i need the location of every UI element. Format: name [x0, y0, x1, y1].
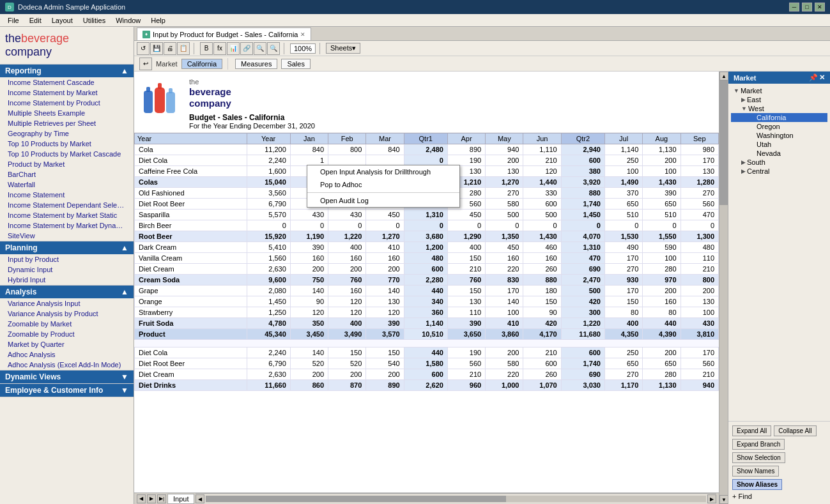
- cell-jun[interactable]: 260: [523, 369, 561, 380]
- cell-feb[interactable]: 120: [328, 296, 366, 307]
- vscroll-track[interactable]: [719, 80, 728, 495]
- cell-aug[interactable]: 4,390: [643, 329, 680, 340]
- cell-jan[interactable]: 160: [290, 253, 328, 264]
- cell-apr[interactable]: 3,650: [447, 329, 485, 340]
- menu-window[interactable]: Window: [111, 15, 146, 26]
- cell-sep[interactable]: 110: [680, 253, 718, 264]
- cell-qtr2[interactable]: 600: [561, 155, 604, 166]
- cell-apr[interactable]: 960: [447, 380, 485, 391]
- cell-may[interactable]: 1,270: [486, 177, 523, 188]
- cell-jul[interactable]: 1,490: [604, 177, 642, 188]
- cell-qtr2[interactable]: 1,220: [561, 318, 604, 329]
- cell-qtr1[interactable]: 360: [404, 307, 447, 318]
- sidebar-item-input-product[interactable]: Input by Product: [0, 254, 134, 264]
- cell-apr[interactable]: 110: [447, 307, 485, 318]
- sidebar-item-top10-market[interactable]: Top 10 Products by Market: [0, 139, 134, 149]
- cell-sep[interactable]: 210: [680, 369, 718, 380]
- cell-aug[interactable]: 590: [643, 242, 680, 253]
- cell-sep[interactable]: 170: [680, 347, 718, 358]
- cell-aug[interactable]: 160: [643, 296, 680, 307]
- cell-qtr1[interactable]: 440: [404, 286, 447, 296]
- cell-jun[interactable]: 4,170: [523, 329, 561, 340]
- cell-year[interactable]: 15,040: [247, 177, 290, 188]
- cell-sep[interactable]: 0: [680, 220, 718, 231]
- cell-qtr2[interactable]: 1,310: [561, 242, 604, 253]
- cell-jul[interactable]: 270: [604, 369, 642, 380]
- cell-jan[interactable]: 200: [290, 369, 328, 380]
- sidebar-section-analysis-header[interactable]: Analysis ▲: [0, 286, 134, 298]
- cm-pop-to-adhoc[interactable]: Pop to Adhoc: [307, 178, 459, 191]
- cell-aug[interactable]: 0: [643, 220, 680, 231]
- cell-feb[interactable]: 120: [328, 307, 366, 318]
- active-tab[interactable]: ♦ Input by Product for Budget - Sales - …: [137, 27, 311, 40]
- cell-qtr1[interactable]: 2,620: [404, 380, 447, 391]
- hscroll-right[interactable]: ▶: [707, 494, 716, 503]
- cell-qtr1[interactable]: 340: [404, 296, 447, 307]
- cell-aug[interactable]: 200: [643, 286, 680, 296]
- cell-year[interactable]: 1,560: [247, 253, 290, 264]
- sheet-scroll-right[interactable]: ▶: [147, 494, 156, 503]
- cell-jun[interactable]: 0: [523, 220, 561, 231]
- collapse-all-button[interactable]: Collapse All: [774, 425, 816, 436]
- sidebar-item-zoomable-product[interactable]: Zoomable by Product: [0, 329, 134, 339]
- cell-apr[interactable]: 450: [447, 210, 485, 220]
- cell-jul[interactable]: 1,170: [604, 380, 642, 391]
- cell-qtr2[interactable]: 470: [561, 253, 604, 264]
- sidebar-item-income[interactable]: Income Statement: [0, 190, 134, 200]
- cell-year[interactable]: 9,600: [247, 275, 290, 286]
- sidebar-item-market-quarter[interactable]: Market by Quarter: [0, 339, 134, 349]
- cell-apr[interactable]: 210: [447, 369, 485, 380]
- cell-qtr2[interactable]: 690: [561, 264, 604, 275]
- sidebar-item-income-market[interactable]: Income Statement by Market: [0, 88, 134, 98]
- cell-qtr2[interactable]: 3,030: [561, 380, 604, 391]
- cell-may[interactable]: 580: [486, 199, 523, 210]
- tb-copy-button[interactable]: 📋: [177, 42, 190, 55]
- cell-qtr2[interactable]: 11,680: [561, 329, 604, 340]
- sidebar-item-income-cascade[interactable]: Income Statement Cascade: [0, 77, 134, 88]
- cell-qtr1[interactable]: 1,140: [404, 318, 447, 329]
- cell-qtr2[interactable]: 0: [561, 220, 604, 231]
- cell-jul[interactable]: 100: [604, 166, 642, 177]
- cell-jul[interactable]: 1,530: [604, 231, 642, 242]
- cell-mar[interactable]: 1,270: [366, 231, 404, 242]
- menu-help[interactable]: Help: [146, 15, 171, 26]
- tb-link-button[interactable]: 🔗: [240, 42, 253, 55]
- cell-jul[interactable]: 1,140: [604, 144, 642, 155]
- horizontal-scrollbar[interactable]: ◀ ▶: [196, 493, 716, 505]
- spreadsheet[interactable]: the beverage company Budget - Sales - Ca…: [134, 72, 719, 504]
- cell-jan[interactable]: 140: [290, 347, 328, 358]
- sidebar-item-geography[interactable]: Geography by Time: [0, 128, 134, 139]
- cell-may[interactable]: 100: [486, 307, 523, 318]
- cell-qtr2[interactable]: 380: [561, 166, 604, 177]
- cell-jan[interactable]: 840: [290, 144, 328, 155]
- cell-apr[interactable]: 400: [447, 242, 485, 253]
- cell-feb[interactable]: 400: [328, 242, 366, 253]
- cell-aug[interactable]: 1,130: [643, 380, 680, 391]
- menu-file[interactable]: File: [3, 15, 24, 26]
- cell-may[interactable]: 1,350: [486, 231, 523, 242]
- cell-jun[interactable]: 150: [523, 296, 561, 307]
- cell-sep[interactable]: 1,300: [680, 231, 718, 242]
- cell-qtr1[interactable]: 440: [404, 347, 447, 358]
- cm-open-audit-log[interactable]: Open Audit Log: [307, 194, 459, 207]
- cell-sep[interactable]: 270: [680, 188, 718, 199]
- cell-qtr2[interactable]: 690: [561, 369, 604, 380]
- sheet-scroll-left[interactable]: ◀: [137, 494, 146, 503]
- cell-sep[interactable]: 560: [680, 199, 718, 210]
- cell-jul[interactable]: 170: [604, 286, 642, 296]
- cell-jul[interactable]: 270: [604, 264, 642, 275]
- cell-jun[interactable]: 1,070: [523, 380, 561, 391]
- cell-qtr2[interactable]: 500: [561, 286, 604, 296]
- cell-mar[interactable]: 120: [366, 307, 404, 318]
- cell-aug[interactable]: 100: [643, 253, 680, 264]
- cell-jan[interactable]: 520: [290, 358, 328, 369]
- cell-feb[interactable]: 760: [328, 275, 366, 286]
- cell-year[interactable]: 2,240: [247, 155, 290, 166]
- cell-year[interactable]: 5,570: [247, 210, 290, 220]
- cell-mar[interactable]: 3,570: [366, 329, 404, 340]
- menu-edit[interactable]: Edit: [24, 15, 47, 26]
- sidebar-item-siteview[interactable]: SiteView: [0, 231, 134, 241]
- cell-feb[interactable]: 160: [328, 253, 366, 264]
- cell-sep[interactable]: 560: [680, 358, 718, 369]
- cell-jul[interactable]: 250: [604, 347, 642, 358]
